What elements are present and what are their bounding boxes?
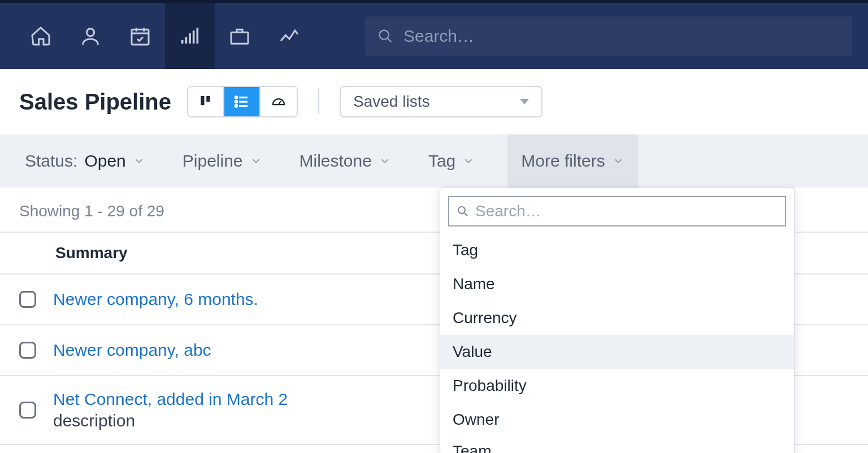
svg-rect-1 (132, 29, 149, 45)
svg-rect-5 (206, 96, 210, 102)
person-icon (79, 25, 102, 47)
home-icon (29, 25, 52, 47)
bars-icon (179, 25, 201, 47)
svg-point-8 (235, 105, 237, 107)
dropdown-item-tag[interactable]: Tag (440, 233, 794, 267)
page-header: Sales Pipeline Saved lists (0, 69, 868, 134)
search-icon (377, 28, 393, 44)
row-checkbox[interactable] (19, 402, 36, 419)
dropdown-item-team[interactable]: Team (440, 437, 794, 453)
calendar-check-icon (129, 25, 151, 47)
list-icon (233, 93, 250, 110)
row-description: description (53, 411, 288, 430)
filter-more-label: More filters (521, 151, 605, 171)
view-dashboard-button[interactable] (261, 87, 297, 116)
row-checkbox[interactable] (19, 342, 36, 359)
svg-rect-2 (231, 32, 248, 43)
view-board-button[interactable] (188, 87, 224, 116)
divider (318, 89, 319, 114)
nav-icons (16, 3, 314, 69)
svg-point-9 (458, 207, 465, 214)
row-title-link[interactable]: Newer company, abc (53, 341, 211, 360)
saved-lists-select[interactable]: Saved lists (340, 86, 542, 117)
svg-rect-4 (201, 96, 204, 105)
chevron-down-icon (612, 155, 624, 167)
dropdown-item-currency[interactable]: Currency (440, 301, 794, 335)
svg-point-3 (380, 30, 389, 39)
filter-pipeline-label: Pipeline (183, 151, 243, 171)
global-search[interactable] (365, 16, 852, 56)
page-title: Sales Pipeline (19, 89, 171, 115)
saved-lists-label: Saved lists (353, 93, 429, 111)
trend-icon (278, 25, 301, 47)
row-title-link[interactable]: Net Connect, added in March 2 (53, 390, 288, 409)
row-content: Net Connect, added in March 2 descriptio… (53, 390, 288, 430)
briefcase-icon (228, 25, 251, 47)
chevron-down-icon (462, 155, 475, 167)
nav-reports[interactable] (264, 3, 314, 69)
nav-home[interactable] (16, 3, 66, 69)
row-content: Newer company, abc (53, 341, 211, 360)
row-title-link[interactable]: Newer company, 6 months. (53, 290, 258, 309)
view-list-button[interactable] (224, 87, 261, 116)
nav-contacts[interactable] (66, 3, 115, 69)
filter-milestone[interactable]: Milestone (295, 134, 396, 188)
filter-status-label: Status: (25, 151, 77, 171)
board-icon (197, 93, 214, 110)
chevron-down-icon (520, 99, 529, 104)
filter-tag[interactable]: Tag (424, 134, 479, 188)
global-search-input[interactable] (403, 27, 840, 46)
row-checkbox[interactable] (19, 291, 36, 308)
chevron-down-icon (379, 155, 391, 167)
filter-pipeline[interactable]: Pipeline (178, 134, 267, 188)
view-toggle (187, 86, 298, 117)
filter-milestone-label: Milestone (300, 151, 372, 171)
dropdown-search-input[interactable] (475, 202, 778, 220)
search-icon (456, 204, 470, 218)
svg-point-0 (86, 28, 94, 36)
dropdown-search[interactable] (448, 196, 786, 226)
chevron-down-icon (133, 155, 145, 167)
dropdown-item-probability[interactable]: Probability (440, 369, 794, 403)
dropdown-item-value[interactable]: Value (440, 335, 794, 369)
filter-status-value: Open (84, 151, 125, 171)
filter-bar: Status: Open Pipeline Milestone Tag More… (0, 134, 868, 188)
nav-cases[interactable] (215, 3, 264, 69)
nav-pipeline[interactable] (165, 3, 215, 69)
svg-point-7 (235, 101, 237, 103)
nav-calendar[interactable] (115, 3, 165, 69)
more-filters-dropdown: Tag Name Currency Value Probability Owne… (440, 188, 795, 453)
row-content: Newer company, 6 months. (53, 290, 258, 309)
dropdown-item-name[interactable]: Name (440, 267, 794, 301)
filter-more[interactable]: More filters (507, 134, 637, 188)
svg-point-6 (235, 97, 237, 99)
filter-tag-label: Tag (428, 151, 455, 171)
filter-status[interactable]: Status: Open (20, 134, 150, 188)
top-nav (0, 0, 868, 69)
dropdown-item-owner[interactable]: Owner (440, 403, 794, 437)
chevron-down-icon (250, 155, 262, 167)
gauge-icon (270, 93, 287, 110)
